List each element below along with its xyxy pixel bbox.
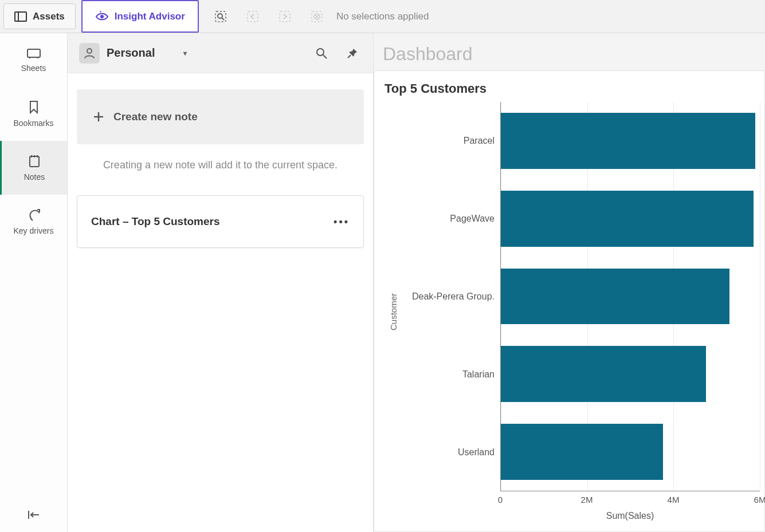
svg-point-2	[100, 15, 104, 18]
left-nav: Sheets Bookmarks Notes Key drivers	[0, 33, 68, 532]
assets-button[interactable]: Assets	[3, 3, 76, 29]
svg-point-4	[218, 14, 222, 18]
nav-item-key-drivers[interactable]: Key drivers	[0, 195, 67, 249]
chart-card: Top 5 Customers Customer ParacelPageWave…	[374, 70, 765, 532]
chart-bar-row	[501, 335, 760, 413]
notes-header: Personal ▾	[68, 33, 373, 73]
smart-search-icon[interactable]	[205, 0, 237, 33]
nav-item-label: Notes	[24, 172, 45, 182]
chart-bar-row	[501, 102, 760, 180]
svg-point-20	[87, 49, 92, 53]
chart-bar[interactable]	[501, 424, 663, 480]
dashboard-title: Dashboard	[374, 33, 765, 70]
svg-line-22	[323, 55, 327, 58]
space-selector[interactable]: Personal ▾	[76, 41, 190, 66]
svg-rect-12	[28, 49, 40, 57]
note-card-title: Chart – Top 5 Customers	[91, 215, 220, 228]
chart-bar[interactable]	[501, 191, 754, 247]
assets-label: Assets	[33, 11, 65, 22]
key-drivers-icon	[27, 208, 41, 222]
top-toolbar: Assets Insight Advisor No selections app…	[0, 0, 765, 33]
svg-line-5	[222, 18, 224, 20]
notes-body: Create new note Creating a new note will…	[68, 73, 373, 257]
notes-panel: Personal ▾ Create new note	[68, 33, 374, 532]
chart-xtick-label: 2M	[581, 495, 593, 505]
nav-item-label: Key drivers	[13, 226, 53, 235]
no-selections-label: No selections applied	[333, 0, 429, 33]
pin-button[interactable]	[340, 41, 365, 66]
svg-rect-0	[15, 12, 26, 21]
create-note-label: Create new note	[113, 111, 198, 123]
note-card-more-button[interactable]: •••	[334, 216, 350, 228]
plus-icon	[93, 111, 104, 123]
svg-rect-15	[30, 156, 39, 167]
collapse-nav-button[interactable]	[0, 498, 67, 532]
nav-item-notes[interactable]: Notes	[0, 141, 67, 195]
chart-xtick-label: 6M	[754, 495, 765, 505]
notes-icon	[28, 154, 41, 168]
chart-bar[interactable]	[501, 346, 706, 402]
insight-advisor-label: Insight Advisor	[115, 11, 185, 22]
more-icon: •••	[334, 216, 350, 227]
step-back-icon	[237, 0, 269, 33]
chart-xtick-label: 4M	[668, 495, 680, 505]
chart-xlabel: Sum(Sales)	[500, 507, 760, 521]
chart-category-label: Talarian	[403, 336, 500, 413]
nav-item-bookmarks[interactable]: Bookmarks	[0, 87, 67, 141]
eye-spark-icon	[95, 11, 109, 22]
nav-item-sheets[interactable]: Sheets	[0, 33, 67, 87]
chart-title: Top 5 Customers	[385, 81, 760, 96]
chart-category-label: Deak-Perera Group.	[403, 258, 500, 336]
search-icon	[315, 47, 328, 60]
chart-xtick-label: 0	[498, 495, 503, 505]
svg-rect-6	[248, 11, 258, 22]
nav-item-label: Bookmarks	[13, 119, 53, 128]
space-label: Personal	[107, 46, 155, 60]
pin-icon	[347, 48, 358, 59]
chart-ylabel: Customer	[389, 293, 399, 330]
collapse-icon	[26, 510, 41, 520]
svg-point-21	[317, 49, 324, 56]
clear-selections-icon	[301, 0, 333, 33]
note-card[interactable]: Chart – Top 5 Customers •••	[77, 195, 364, 248]
svg-rect-3	[215, 11, 226, 22]
create-note-button[interactable]: Create new note	[77, 89, 364, 144]
nav-item-label: Sheets	[21, 64, 46, 73]
step-forward-icon	[269, 0, 301, 33]
dashboard-panel: Dashboard Top 5 Customers Customer Parac…	[374, 33, 765, 532]
bookmark-icon	[29, 100, 39, 114]
chart-category-label: Userland	[403, 413, 500, 491]
chart-bar-row	[501, 180, 760, 258]
chart-bar-row	[501, 413, 760, 491]
chart-category-label: Paracel	[403, 102, 500, 180]
insight-advisor-button[interactable]: Insight Advisor	[81, 0, 199, 33]
chevron-down-icon: ▾	[183, 49, 187, 57]
chart-gridline	[760, 102, 760, 491]
chart-bar-row	[501, 258, 760, 336]
svg-rect-7	[280, 11, 290, 22]
sheets-icon	[26, 48, 41, 59]
chart-bar[interactable]	[501, 113, 755, 169]
chart-bar[interactable]	[501, 269, 729, 325]
panel-icon	[14, 11, 27, 22]
search-notes-button[interactable]	[309, 41, 334, 66]
chart-category-label: PageWave	[403, 180, 500, 258]
create-note-hint: Creating a new note will add it to the c…	[77, 156, 364, 184]
svg-line-23	[348, 55, 351, 58]
person-icon	[79, 43, 100, 64]
